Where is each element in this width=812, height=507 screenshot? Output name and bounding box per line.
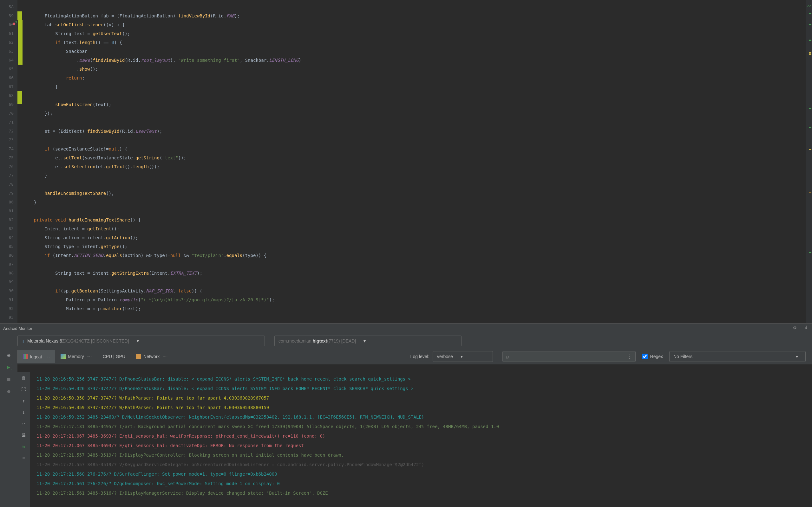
chevron-down-icon[interactable]: ▾ [792, 351, 802, 361]
vcs-change-marker [17, 11, 22, 20]
up-arrow-icon[interactable]: ↑ [20, 398, 27, 404]
run-icon[interactable]: ▶ [6, 364, 12, 370]
device-selector-row: ▯ Motorola Nexus 6 ZX1G424CTZ [DISCONNEC… [0, 333, 812, 349]
error-stripe-marker[interactable] [809, 52, 811, 54]
logcat-toolbar: 🗑⛶↑↓↩🖶↻» [17, 372, 30, 507]
log-line[interactable]: 11-20 20:17:21.560 276-276/? D/SurfaceFl… [37, 469, 806, 479]
regex-checkbox[interactable]: Regex [642, 354, 663, 359]
regex-checkbox-input[interactable] [642, 354, 648, 359]
error-stripe[interactable]: ✓✓ [806, 0, 812, 323]
process-pid: (7719) [DEAD] [327, 338, 356, 343]
tab-network[interactable]: Network→· [131, 350, 173, 363]
network-icon [136, 354, 141, 359]
log-line[interactable]: 11-20 20:17:21.561 276-276/? D/qdhwcompo… [37, 479, 806, 488]
tab-logcat[interactable]: logcat→· [17, 350, 55, 363]
tab-pin-icon: →· [162, 354, 167, 359]
error-stripe-marker[interactable]: ✓✓ [807, 4, 811, 8]
device-combo[interactable]: ▯ Motorola Nexus 6 ZX1G424CTZ [DISCONNEC… [17, 336, 265, 346]
down-arrow-icon[interactable]: ↓ [20, 409, 27, 415]
regex-label: Regex [650, 354, 663, 359]
log-line[interactable]: 11-20 20:16:50.326 3747-3747/? D/PhoneSt… [37, 384, 806, 393]
code-content[interactable]: FloatingActionButton fab = (FloatingActi… [23, 0, 812, 323]
expand-icon[interactable]: » [20, 455, 27, 461]
vcs-change-marker [18, 20, 22, 65]
monitor-tabs-row: logcat→·Memory→·CPU | GPUNetwork→· Log l… [17, 349, 812, 364]
hide-icon[interactable]: ⇥ [803, 326, 809, 332]
tab-cpu[interactable]: CPU | GPU [97, 350, 131, 363]
error-stripe-marker[interactable] [809, 192, 811, 193]
logcat-icon [23, 354, 28, 359]
process-pkg-pre: com.meedamian. [278, 338, 312, 343]
error-stripe-marker[interactable] [809, 40, 811, 41]
print-icon[interactable]: 🖶 [20, 432, 27, 438]
stop-icon[interactable]: ■ [6, 376, 12, 382]
device-serial: ZX1G424CTZ [DISCONNECTED] [62, 338, 129, 343]
gear-icon[interactable]: ⚙ [793, 326, 799, 332]
log-level-label: Log level: [410, 354, 429, 359]
filter-icon[interactable]: ⛶ [20, 386, 27, 393]
log-line[interactable]: 11-20 20:16:50.359 3747-3747/? W/PathPar… [37, 403, 806, 412]
trash-icon[interactable]: 🗑 [20, 375, 27, 381]
tab-memory[interactable]: Memory→· [55, 350, 97, 363]
process-combo[interactable]: com.meedamian.bigtext (7719) [DEAD] ▾ [274, 336, 461, 346]
log-search-input[interactable]: ⌕ ⋮ [502, 351, 636, 362]
logcat-output[interactable]: 11-20 20:16:50.256 3747-3747/? D/PhoneSt… [30, 372, 812, 507]
tab-label: CPU | GPU [103, 354, 125, 359]
wrap-icon[interactable]: ↩ [20, 420, 27, 427]
filter-value: No Filters [673, 354, 693, 359]
chevron-down-icon[interactable]: ▾ [457, 351, 466, 361]
tab-label: Memory [68, 354, 84, 359]
tab-label: Network [143, 354, 159, 359]
chevron-down-icon[interactable]: ▾ [360, 336, 369, 346]
vcs-change-marker [17, 91, 22, 104]
log-level-combo[interactable]: Verbose ▾ [433, 351, 493, 362]
error-stripe-marker[interactable] [809, 252, 811, 253]
tool-window-title: Android Monitor [3, 326, 32, 331]
chevron-down-icon[interactable]: ▾ [133, 336, 142, 346]
process-pkg-bold: bigtext [312, 338, 327, 343]
filter-combo[interactable]: No Filters ▾ [669, 351, 806, 362]
line-number-gutter: 5859606162636465666768697071727374757677… [0, 0, 17, 323]
log-line[interactable]: 11-20 20:16:50.358 3747-3747/? W/PathPar… [37, 393, 806, 403]
log-line[interactable]: 11-20 20:16:59.252 3485-23468/? D/Netlin… [37, 412, 806, 422]
dropdown-icon[interactable]: ⋮ [627, 354, 632, 360]
restart-icon[interactable]: ↻ [20, 443, 27, 450]
log-line[interactable]: 11-20 20:17:17.131 3485-3495/? I/art: Ba… [37, 422, 806, 431]
log-level-value: Verbose [437, 354, 453, 359]
monitor-left-toolbar: ◉▶■● [0, 349, 17, 507]
search-icon: ⌕ [506, 353, 509, 360]
tab-pin-icon: →· [86, 354, 92, 359]
device-name: Motorola Nexus 6 [27, 338, 62, 343]
log-line[interactable]: 11-20 20:16:50.256 3747-3747/? D/PhoneSt… [37, 374, 806, 384]
tab-label: logcat [30, 354, 42, 359]
code-editor[interactable]: 5859606162636465666768697071727374757677… [0, 0, 812, 323]
error-stripe-marker[interactable] [809, 24, 811, 25]
memory-icon [61, 354, 66, 359]
phone-icon: ▯ [21, 338, 24, 343]
error-stripe-marker[interactable] [809, 108, 811, 109]
log-line[interactable]: 11-20 20:17:21.557 3485-3519/? V/Keyguar… [37, 460, 806, 469]
log-line[interactable]: 11-20 20:17:21.561 3485-3516/? I/Display… [37, 488, 806, 498]
tool-window-header[interactable]: Android Monitor ⚙ ⇥ [0, 323, 812, 333]
dot-icon[interactable]: ● [6, 388, 12, 394]
breakpoint-icon[interactable] [13, 21, 15, 26]
error-stripe-marker[interactable] [809, 13, 811, 14]
change-marker-gutter [17, 0, 23, 323]
tab-pin-icon: →· [44, 354, 50, 359]
log-line[interactable]: 11-20 20:17:21.067 3485-3693/? E/qti_sen… [37, 431, 806, 441]
screenshot-icon[interactable]: ◉ [6, 352, 12, 358]
log-line[interactable]: 11-20 20:17:21.557 3485-3519/? I/Display… [37, 450, 806, 460]
error-stripe-marker[interactable] [809, 149, 811, 150]
error-stripe-marker[interactable] [809, 54, 811, 55]
error-stripe-marker[interactable] [809, 127, 811, 128]
log-line[interactable]: 11-20 20:17:21.067 3485-3693/? E/qti_sen… [37, 441, 806, 450]
